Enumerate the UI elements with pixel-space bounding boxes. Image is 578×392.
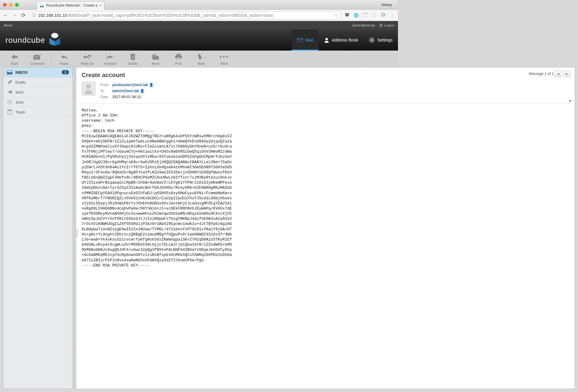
panel-icon[interactable]: [362, 13, 368, 18]
svg-line-14: [370, 38, 371, 39]
message-subject: Create account: [82, 72, 398, 79]
inbox-icon: [7, 70, 12, 75]
about-link[interactable]: About: [4, 23, 12, 27]
site-info-icon[interactable]: ⓘ: [32, 13, 36, 18]
info-icon[interactable]: ⓘ: [371, 13, 377, 18]
mark-button[interactable]: ▾Mark: [194, 53, 209, 65]
logged-in-user: admin@test.lab: [352, 23, 375, 27]
svg-line-17: [373, 38, 374, 39]
folder-sent[interactable]: Sent: [3, 87, 73, 97]
mail-toolbar: Back +Compose Reply Reply all ▾Forward D…: [0, 51, 398, 67]
avatar-placeholder-icon: [83, 83, 94, 94]
svg-point-33: [9, 101, 11, 103]
move-icon: [152, 53, 159, 61]
back-button[interactable]: Back: [7, 53, 22, 65]
svg-rect-7: [297, 38, 303, 42]
window-minimize-button[interactable]: [9, 3, 13, 7]
address-bar: ← → ⟳ ⓘ 192.168.101.10:8080/mail/?_task=…: [0, 10, 398, 21]
firebug-icon[interactable]: [381, 12, 386, 18]
svg-point-8: [325, 38, 328, 40]
avatar: [82, 82, 95, 95]
url-host: 192.168.101.10: [38, 13, 67, 18]
folder-list: INBOX 1 Drafts Sent Junk Trash: [3, 67, 73, 264]
compose-icon: +: [33, 53, 41, 61]
move-button[interactable]: Move: [148, 53, 163, 65]
svg-rect-34: [8, 110, 11, 114]
trash-folder-icon: [7, 110, 12, 114]
message-body: Mattew, Office 2 GW SSH: username: tech …: [76, 104, 398, 264]
folder-drafts[interactable]: Drafts: [3, 77, 73, 87]
junk-icon: [7, 100, 12, 104]
reply-all-icon: [82, 53, 92, 61]
pocket-icon[interactable]: [344, 12, 350, 18]
window-chrome: Roundcube Webmail :: Create a × Alexey: [0, 0, 398, 10]
svg-point-20: [88, 55, 90, 57]
roundcube-logo-icon: [48, 33, 62, 46]
svg-point-4: [382, 14, 384, 16]
pane-resize-handle[interactable]: [76, 228, 78, 237]
delete-button[interactable]: Delete: [126, 53, 140, 65]
trash-icon: [130, 53, 135, 61]
app-header: roundcube Mail Address Book Settings: [0, 30, 398, 51]
logout-link[interactable]: ⏻ Logout: [379, 23, 394, 27]
to-value[interactable]: admin@test.lab: [112, 89, 139, 93]
svg-rect-1: [363, 13, 368, 17]
power-icon: ⏻: [379, 23, 383, 27]
add-contact-icon[interactable]: 👤⁺: [149, 83, 155, 87]
from-label: From: [100, 82, 112, 88]
svg-rect-35: [8, 110, 12, 110]
taskbar-addressbook[interactable]: Address Book: [319, 30, 363, 51]
svg-point-0: [41, 3, 43, 6]
svg-rect-28: [153, 54, 157, 55]
svg-point-9: [371, 39, 373, 41]
print-button[interactable]: Print: [171, 53, 186, 65]
mark-icon: ▾: [197, 53, 205, 61]
from-value[interactable]: postmaster@test.lab: [112, 83, 148, 87]
browser-reload-button[interactable]: ⟳: [21, 12, 26, 19]
taskbar-mail[interactable]: Mail: [292, 30, 319, 51]
url-path: :8080/mail/?_task=mail&_caps=pdf%3D1%2Cf…: [67, 13, 273, 18]
reply-button[interactable]: Reply: [57, 53, 71, 65]
message-header: Create account Message 1 of 1 ◀ ▶ From p…: [76, 67, 398, 104]
compose-button[interactable]: +Compose: [30, 53, 45, 65]
svg-line-15: [373, 42, 374, 42]
window-maximize-button[interactable]: [15, 3, 19, 7]
svg-line-16: [370, 42, 371, 42]
window-close-button[interactable]: [3, 3, 7, 7]
svg-point-6: [53, 34, 56, 36]
svg-rect-31: [177, 58, 180, 60]
about-bar: About admin@test.lab ⏻ Logout: [0, 21, 398, 30]
globe-icon[interactable]: 🌐: [353, 13, 359, 17]
back-icon: [11, 53, 18, 61]
chrome-menu-icon[interactable]: ⋮: [390, 13, 395, 17]
folder-junk[interactable]: Junk: [3, 97, 73, 107]
browser-back-button[interactable]: ←: [3, 12, 8, 18]
to-label: To: [100, 88, 112, 94]
forward-icon: ▾: [106, 53, 114, 61]
more-button[interactable]: •••More: [217, 53, 232, 65]
more-icon: •••: [219, 53, 229, 61]
url-input[interactable]: ⓘ 192.168.101.10:8080/mail/?_task=mail&_…: [29, 11, 341, 19]
svg-text:+: +: [40, 54, 41, 57]
date-label: Date: [100, 94, 112, 100]
browser-tab-title: Roundcube Webmail :: Create a: [46, 3, 98, 8]
folder-trash[interactable]: Trash: [3, 107, 73, 117]
svg-rect-29: [176, 54, 181, 56]
pencil-icon: [7, 80, 12, 85]
svg-rect-18: [33, 55, 40, 60]
date-value: 2017-05-01 06:12: [112, 94, 158, 100]
person-icon: [324, 37, 329, 43]
reply-all-button[interactable]: Reply all: [80, 53, 94, 65]
svg-point-36: [86, 84, 91, 89]
chrome-profile-name[interactable]: Alexey: [381, 3, 395, 7]
add-contact-icon[interactable]: 👤⁺: [140, 89, 146, 93]
bookmark-star-icon[interactable]: ☆: [334, 13, 338, 18]
browser-tab[interactable]: Roundcube Webmail :: Create a ×: [37, 1, 104, 10]
mail-icon: [297, 38, 303, 42]
taskbar-settings[interactable]: Settings: [363, 30, 398, 51]
forward-button[interactable]: ▾Forward: [103, 53, 117, 65]
tab-close-icon[interactable]: ×: [99, 3, 102, 8]
browser-forward-button[interactable]: →: [12, 12, 17, 18]
app-logo[interactable]: roundcube: [5, 34, 62, 46]
folder-inbox[interactable]: INBOX 1: [3, 67, 73, 77]
